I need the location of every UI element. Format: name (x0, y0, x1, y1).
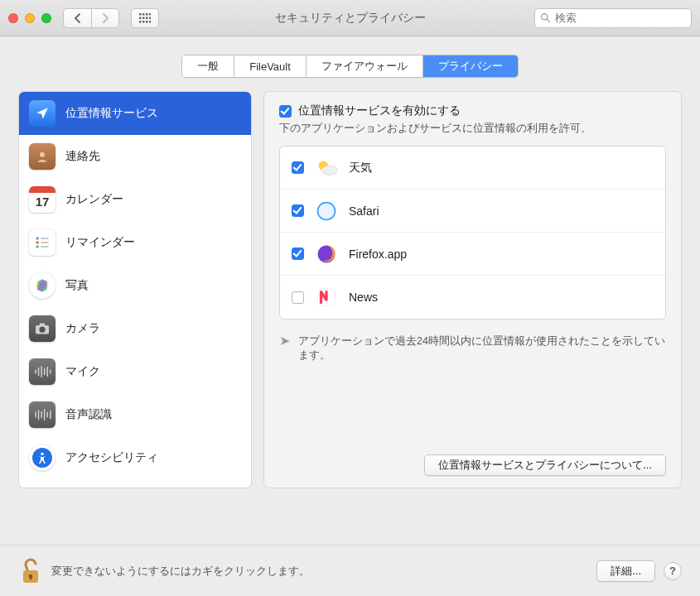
forward-button[interactable] (91, 8, 119, 28)
app-list[interactable]: 天気 Safari Firefox.app (279, 146, 666, 320)
app-name: Firefox.app (349, 248, 407, 261)
mic-icon (29, 358, 56, 385)
svg-rect-3 (149, 13, 151, 16)
sidebar-item-speech-recognition[interactable]: 音声認識 (19, 393, 251, 436)
svg-rect-10 (146, 21, 148, 23)
photos-icon (29, 272, 56, 299)
svg-point-17 (36, 241, 39, 243)
titlebar: セキュリティとプライバシー (0, 0, 700, 36)
location-icon (29, 100, 56, 127)
svg-rect-52 (30, 576, 32, 580)
safari-icon (314, 199, 339, 223)
sidebar-item-location-services[interactable]: 位置情報サービス (19, 92, 251, 135)
app-checkbox[interactable] (292, 248, 304, 260)
sidebar-item-contacts[interactable]: 連絡先 (19, 135, 251, 178)
svg-rect-2 (146, 13, 148, 16)
sidebar-item-reminders[interactable]: リマインダー (19, 221, 251, 264)
privacy-category-list[interactable]: 位置情報サービス 連絡先 17 カレンダー リマインダー (18, 91, 252, 488)
app-checkbox[interactable] (292, 161, 304, 174)
sidebar-item-label: カメラ (65, 321, 100, 336)
main-panel: 位置情報サービスを有効にする 下のアプリケーションおよびサービスに位置情報の利用… (263, 91, 682, 488)
back-button[interactable] (63, 8, 91, 28)
sidebar-item-label: リマインダー (65, 235, 135, 250)
accessibility-icon (29, 445, 56, 471)
svg-point-19 (36, 245, 39, 248)
svg-rect-1 (142, 13, 145, 16)
enable-location-services-label: 位置情報サービスを有効にする (298, 103, 461, 118)
news-icon (314, 285, 339, 310)
svg-point-28 (39, 327, 45, 333)
usage-note-text: アプリケーションで過去24時間以内に位置情報が使用されたことを示しています。 (298, 334, 666, 363)
svg-rect-5 (142, 17, 145, 19)
reminders-icon (29, 229, 56, 256)
zoom-window-button[interactable] (41, 13, 51, 23)
nav-group (63, 8, 119, 28)
svg-line-13 (547, 19, 549, 22)
sidebar-item-label: 位置情報サービス (65, 106, 158, 121)
app-row-firefox[interactable]: Firefox.app (280, 233, 665, 276)
weather-icon (314, 156, 339, 180)
svg-rect-7 (149, 17, 151, 19)
svg-rect-9 (142, 21, 145, 23)
app-name: Safari (349, 204, 379, 218)
search-icon (540, 12, 551, 23)
grid-icon (139, 13, 151, 23)
svg-rect-29 (40, 324, 45, 326)
search-field[interactable] (534, 8, 692, 28)
app-checkbox[interactable] (292, 291, 304, 304)
advanced-button[interactable]: 詳細... (596, 560, 655, 582)
sidebar-item-label: 音声認識 (65, 407, 112, 422)
svg-point-14 (40, 152, 45, 157)
svg-rect-11 (149, 21, 151, 23)
minimize-window-button[interactable] (25, 13, 35, 23)
help-button[interactable]: ? (664, 562, 682, 580)
search-input[interactable] (555, 12, 686, 24)
sidebar-item-label: アクセシビリティ (65, 450, 158, 465)
lock-button[interactable] (18, 557, 41, 585)
app-name: 天気 (349, 161, 372, 175)
camera-icon (29, 315, 56, 342)
sidebar-item-label: カレンダー (65, 192, 123, 207)
app-row-weather[interactable]: 天気 (280, 147, 665, 190)
app-row-news[interactable]: News (280, 276, 665, 319)
svg-rect-8 (139, 21, 142, 23)
speech-icon (29, 401, 56, 428)
sidebar-item-microphone[interactable]: マイク (19, 350, 251, 393)
svg-point-15 (36, 237, 39, 239)
sidebar-item-label: 連絡先 (65, 149, 100, 164)
app-name: News (349, 291, 378, 304)
show-all-prefs-button[interactable] (131, 8, 159, 28)
sidebar-item-camera[interactable]: カメラ (19, 307, 251, 350)
sidebar-item-accessibility[interactable]: アクセシビリティ (19, 436, 251, 479)
usage-note: ➤ アプリケーションで過去24時間以内に位置情報が使用されたことを示しています。 (279, 334, 666, 363)
svg-point-44 (321, 166, 337, 175)
footer: 変更できないようにするにはカギをクリックします。 詳細... ? (0, 545, 700, 596)
firefox-icon (314, 242, 339, 267)
tab-firewall[interactable]: ファイアウォール (307, 55, 423, 77)
sidebar-item-calendars[interactable]: 17 カレンダー (19, 178, 251, 221)
sidebar-item-label: 写真 (65, 278, 89, 293)
about-location-button[interactable]: 位置情報サービスとプライバシーについて... (424, 454, 666, 476)
calendar-icon: 17 (29, 186, 56, 213)
sidebar-item-label: マイク (65, 364, 100, 379)
svg-rect-18 (41, 242, 48, 243)
app-checkbox[interactable] (292, 204, 304, 217)
location-arrow-icon: ➤ (279, 334, 290, 348)
sidebar-item-photos[interactable]: 写真 (19, 264, 251, 307)
app-row-safari[interactable]: Safari (280, 190, 665, 233)
svg-rect-20 (41, 246, 48, 248)
svg-rect-4 (139, 17, 142, 19)
close-window-button[interactable] (8, 13, 18, 23)
allow-apps-subtext: 下のアプリケーションおよびサービスに位置情報の利用を許可。 (279, 122, 666, 136)
enable-location-services-checkbox[interactable] (279, 105, 292, 118)
svg-rect-16 (41, 238, 48, 239)
tab-bar: 一般 FileVault ファイアウォール プライバシー (18, 55, 682, 78)
tab-general[interactable]: 一般 (182, 55, 234, 77)
svg-rect-6 (146, 17, 148, 19)
svg-point-42 (41, 453, 43, 455)
tab-privacy[interactable]: プライバシー (423, 55, 518, 77)
svg-rect-0 (139, 13, 142, 16)
lock-hint-text: 変更できないようにするにはカギをクリックします。 (51, 564, 310, 579)
tab-filevault[interactable]: FileVault (234, 55, 307, 77)
contacts-icon (29, 143, 56, 170)
